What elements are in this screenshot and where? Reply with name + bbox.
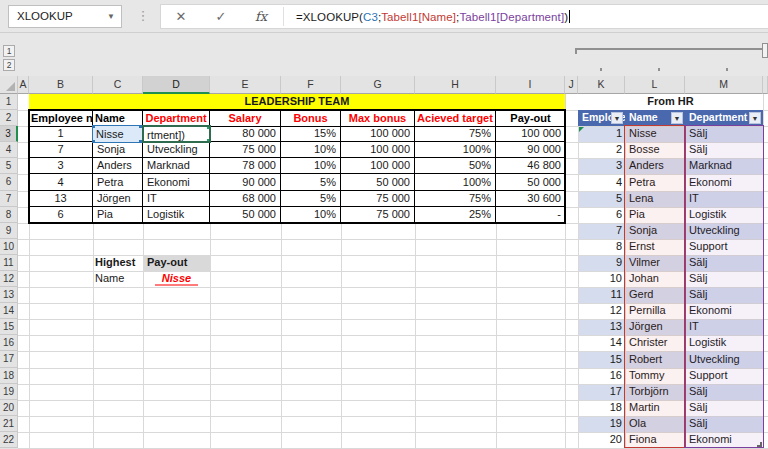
cell-E5[interactable]: 78 000: [210, 158, 281, 174]
range-handle[interactable]: [92, 140, 95, 143]
cell-H4[interactable]: 100%: [415, 142, 496, 158]
column-header-D[interactable]: D: [143, 76, 210, 94]
leadership-header-cell[interactable]: Bonus: [281, 111, 341, 127]
cell-B5[interactable]: 3: [29, 158, 93, 174]
cell-E6[interactable]: 90 000: [210, 174, 281, 191]
column-header-J[interactable]: J: [565, 76, 578, 94]
cell-K16[interactable]: 14: [578, 335, 625, 351]
row-header-9[interactable]: 9: [0, 223, 18, 239]
cell-E8[interactable]: 50 000: [210, 207, 281, 223]
cell-I3[interactable]: 100 000: [496, 126, 565, 142]
cell-E4[interactable]: 75 000: [210, 142, 281, 158]
row-header-19[interactable]: 19: [0, 384, 18, 400]
cell-G3[interactable]: 100 000: [341, 126, 415, 142]
column-header-I[interactable]: I: [496, 76, 565, 94]
cell-K9[interactable]: 7: [578, 223, 625, 239]
select-all-corner[interactable]: [0, 76, 18, 94]
cell-D8[interactable]: Logistik: [143, 207, 210, 223]
range-handle[interactable]: [207, 125, 211, 129]
cell-B3[interactable]: 1: [29, 126, 93, 142]
row-header-3[interactable]: 3: [0, 126, 18, 142]
cell-E7[interactable]: 68 000: [210, 191, 281, 207]
column-header-M[interactable]: M: [685, 76, 763, 94]
cell-C8[interactable]: Pia: [93, 207, 143, 223]
leadership-header-cell[interactable]: Employee nr: [29, 111, 93, 127]
cell-K7[interactable]: 5: [578, 191, 625, 207]
cell-C4[interactable]: Sonja: [93, 142, 143, 158]
cell-K17[interactable]: 15: [578, 351, 625, 368]
hr-title-cell[interactable]: From HR: [578, 94, 763, 110]
cell-D7[interactable]: IT: [143, 191, 210, 207]
cell-K12[interactable]: 10: [578, 271, 625, 287]
cell-C5[interactable]: Anders: [93, 158, 143, 174]
column-header-K[interactable]: K: [578, 76, 625, 94]
filter-dropdown-icon[interactable]: ▼: [611, 112, 623, 124]
leadership-title-cell[interactable]: LEADERSHIP TEAM: [29, 94, 565, 110]
row-header-16[interactable]: 16: [0, 335, 18, 351]
column-header-L[interactable]: L: [625, 76, 685, 94]
cell-K15[interactable]: 13: [578, 319, 625, 335]
cell-H3[interactable]: 75%: [415, 126, 496, 142]
cell-K4[interactable]: 2: [578, 142, 625, 158]
row-header-14[interactable]: 14: [0, 303, 18, 319]
cell-D6[interactable]: Ekonomi: [143, 174, 210, 191]
cell-K22[interactable]: 20: [578, 432, 625, 448]
cell-D4[interactable]: Utveckling: [143, 142, 210, 158]
cell-K10[interactable]: 8: [578, 239, 625, 255]
cell-K19[interactable]: 17: [578, 384, 625, 400]
row-header-12[interactable]: 12: [0, 271, 18, 287]
cell-I8[interactable]: -: [496, 207, 565, 223]
row-header-15[interactable]: 15: [0, 319, 18, 335]
column-header-F[interactable]: F: [281, 76, 341, 94]
highest-label-cell[interactable]: Highest: [93, 255, 143, 271]
row-header-13[interactable]: 13: [0, 287, 18, 303]
cell-B8[interactable]: 6: [29, 207, 93, 223]
cell-F4[interactable]: 10%: [281, 142, 341, 158]
cell-K5[interactable]: 3: [578, 158, 625, 174]
cell-F3[interactable]: 15%: [281, 126, 341, 142]
cell-G5[interactable]: 100 000: [341, 158, 415, 174]
row-header-11[interactable]: 11: [0, 255, 18, 271]
row-header-4[interactable]: 4: [0, 142, 18, 158]
hr-header-cell-M[interactable]: Department▼: [685, 110, 763, 126]
cell-K3[interactable]: 1: [578, 126, 625, 142]
row-header-1[interactable]: 1: [0, 94, 18, 110]
fill-handle[interactable]: [207, 139, 211, 143]
cell-K21[interactable]: 19: [578, 416, 625, 432]
cell-H8[interactable]: 25%: [415, 207, 496, 223]
cell-K14[interactable]: 12: [578, 303, 625, 319]
cell-G6[interactable]: 50 000: [341, 174, 415, 191]
column-header-G[interactable]: G: [341, 76, 415, 94]
cell-I6[interactable]: 50 000: [496, 174, 565, 191]
leadership-header-cell[interactable]: Acieved target: [415, 111, 496, 127]
row-header-18[interactable]: 18: [0, 368, 18, 384]
row-header-8[interactable]: 8: [0, 207, 18, 223]
cell-K6[interactable]: 4: [578, 174, 625, 191]
cell-I5[interactable]: 46 800: [496, 158, 565, 174]
column-header-B[interactable]: B: [29, 76, 93, 94]
cell-K13[interactable]: 11: [578, 287, 625, 303]
column-header-H[interactable]: H: [415, 76, 496, 94]
cell-F5[interactable]: 10%: [281, 158, 341, 174]
hr-header-cell-K[interactable]: Employe▼: [578, 110, 625, 126]
cell-E3[interactable]: 80 000: [210, 126, 281, 142]
cell-F8[interactable]: 10%: [281, 207, 341, 223]
row-header-2[interactable]: 2: [0, 110, 18, 126]
cell-H7[interactable]: 75%: [415, 191, 496, 207]
cell-G8[interactable]: 75 000: [341, 207, 415, 223]
cell-H6[interactable]: 100%: [415, 174, 496, 191]
cell-K11[interactable]: 9: [578, 255, 625, 271]
row-header-17[interactable]: 17: [0, 351, 18, 368]
cell-C3-reference-highlight[interactable]: Nisse: [92, 125, 144, 143]
cell-K8[interactable]: 6: [578, 207, 625, 223]
filter-dropdown-icon[interactable]: ▼: [671, 112, 683, 124]
cell-K18[interactable]: 16: [578, 368, 625, 384]
cell-D3-editing[interactable]: rtment]): [142, 125, 211, 143]
leadership-header-cell[interactable]: Salary: [210, 111, 281, 127]
row-header-10[interactable]: 10: [0, 239, 18, 255]
row-header-22[interactable]: 22: [0, 432, 18, 448]
cell-B7[interactable]: 13: [29, 191, 93, 207]
highest-name-result-cell[interactable]: Nisse: [143, 271, 210, 287]
row-header-5[interactable]: 5: [0, 158, 18, 174]
cell-G7[interactable]: 75 000: [341, 191, 415, 207]
